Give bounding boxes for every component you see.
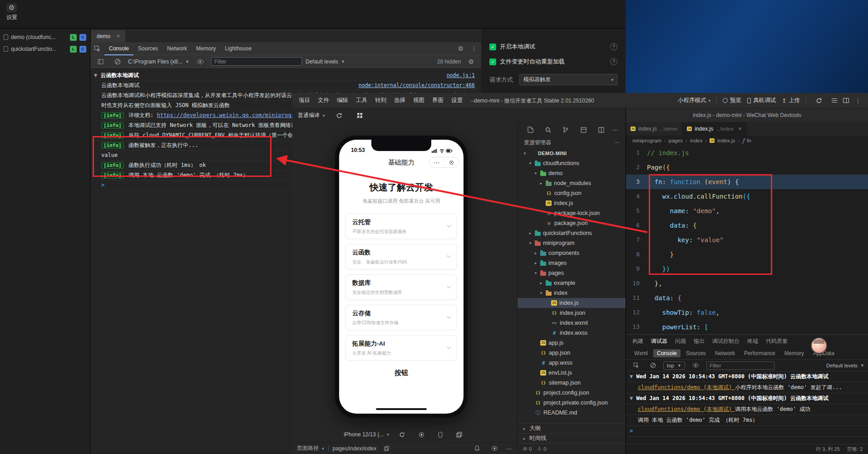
menu-item[interactable]: 文件	[318, 97, 329, 104]
console-filter-input[interactable]	[211, 57, 302, 66]
panel-tab[interactable]: 输出	[694, 337, 705, 345]
breadcrumb-item[interactable]: fn	[747, 138, 751, 143]
capability-card[interactable]: 云存储 自带CDN加速文件存储	[345, 305, 457, 330]
tree-item[interactable]: index.json	[518, 308, 626, 318]
copy-icon[interactable]	[380, 446, 393, 451]
tree-item[interactable]: index.js	[518, 298, 626, 308]
capsule-button[interactable]: ⋯	[429, 157, 459, 168]
devtools-tab[interactable]: Sources	[133, 42, 163, 55]
code-editor[interactable]: 1// index.js2Page({3 fn: function (event…	[626, 146, 868, 334]
bell-icon[interactable]	[471, 445, 483, 451]
tree-item[interactable]: app.wxss	[518, 358, 626, 368]
request-mode-select[interactable]: 模拟器触发 ▾	[519, 74, 617, 85]
rotate-icon[interactable]	[395, 432, 409, 438]
checkbox-checked-icon[interactable]: ✓	[489, 59, 496, 65]
capability-card[interactable]: 云函数 安全、免鉴权运行业务代码	[345, 244, 457, 269]
clear-console-icon[interactable]	[111, 59, 124, 65]
line-number[interactable]: 7	[626, 233, 647, 247]
tree-item[interactable]: project.config.json	[518, 388, 626, 398]
mode-dropdown[interactable]: 小程序模式 ▾	[678, 97, 710, 104]
menu-item[interactable]: 项目	[299, 97, 310, 104]
warning-count[interactable]: ⚠ 0	[537, 446, 546, 452]
tree-item[interactable]: ▾ pages	[518, 268, 626, 278]
record-icon[interactable]	[415, 432, 428, 438]
tree-item[interactable]: envList.js	[518, 368, 626, 378]
tree-item[interactable]: project.private.config.json	[518, 398, 626, 408]
help-icon[interactable]: ?	[610, 43, 617, 50]
menu-item[interactable]: 视图	[413, 97, 424, 104]
devtools-tab[interactable]: Lighthouse	[220, 42, 256, 55]
compile-mode-dropdown[interactable]: 普通编译 ▾	[298, 112, 325, 119]
panel-tab[interactable]: 构建	[632, 337, 643, 345]
tab-demo[interactable]: demo ×	[91, 30, 125, 42]
menu-item[interactable]: 工具	[356, 97, 367, 104]
more-icon[interactable]: ⋯	[614, 139, 619, 146]
menu-item[interactable]: 选择	[394, 97, 405, 104]
menu-icon[interactable]	[832, 98, 837, 103]
line-number[interactable]: 13	[626, 320, 647, 334]
debugger-tab[interactable]: Performance	[740, 349, 779, 357]
new-file-icon[interactable]	[524, 127, 537, 133]
explorer-section[interactable]: ▸ 大纲	[518, 423, 626, 433]
line-number[interactable]: 4	[626, 189, 647, 204]
sidebar-item-demo[interactable]: demo (cloudfunc... L C	[0, 31, 90, 43]
tree-item[interactable]: index.wxss	[518, 328, 626, 338]
breadcrumb-item[interactable]: index	[690, 138, 703, 143]
checkbox-checked-icon[interactable]: ✓	[489, 44, 496, 50]
execution-context-dropdown[interactable]: C:\Program Files (x8... ▼	[128, 59, 189, 65]
tree-item[interactable]: ▸ example	[518, 278, 626, 288]
panel-tab[interactable]: 调试器	[651, 337, 667, 345]
explorer-section[interactable]: ▸ 时间线	[518, 433, 626, 443]
close-icon[interactable]: ×	[117, 33, 120, 39]
menu-item[interactable]: 界面	[432, 97, 444, 104]
settings-button[interactable]: ⚙ 设置	[6, 3, 17, 21]
tree-item[interactable]: ▸ images	[518, 258, 626, 268]
tree-item[interactable]: sitemap.json	[518, 378, 626, 388]
tree-item[interactable]: app.js	[518, 338, 626, 348]
breadcrumb-item[interactable]: miniprogram	[632, 138, 661, 143]
tree-item[interactable]: ▸ quickstartFunctions	[518, 228, 626, 238]
menu-item[interactable]: 转到	[375, 97, 386, 104]
recompile-icon[interactable]	[332, 112, 346, 119]
capability-card[interactable]: 拓展能力-AI 云开发 AI 拓展能力	[345, 335, 457, 361]
exit-icon[interactable]	[444, 161, 459, 165]
help-icon[interactable]: ?	[610, 58, 617, 65]
toggle-local-debug[interactable]: ✓ 开启本地调试 ?	[489, 42, 617, 51]
page-path-dropdown[interactable]: 页面路径 ▾	[297, 444, 324, 452]
line-number[interactable]: 9	[626, 262, 647, 276]
panel-tab[interactable]: 代码质量	[766, 337, 788, 345]
tree-item[interactable]: index.wxml	[518, 318, 626, 328]
source-link[interactable]: node:internal/console/constructor:466	[359, 81, 477, 90]
panel-tab[interactable]: 终端	[747, 337, 758, 345]
console-link[interactable]: cloudfunctions/demo (本地调试)	[638, 406, 735, 412]
screenshot-icon[interactable]	[453, 432, 466, 438]
tree-item[interactable]: ▾ miniprogram	[518, 238, 626, 248]
demo-button[interactable]: 按钮	[339, 369, 464, 377]
sync-icon[interactable]	[812, 98, 826, 104]
line-number[interactable]: 8	[626, 247, 647, 262]
debugger-tab[interactable]: Wxml	[631, 349, 651, 357]
more-icon[interactable]: ⋯	[429, 159, 444, 166]
devtools-tab[interactable]: Console	[104, 42, 133, 55]
line-number[interactable]: 1	[626, 146, 647, 160]
error-count[interactable]: ⊘ 0	[523, 446, 532, 452]
log-levels-dropdown[interactable]: Default levels ▼	[306, 59, 345, 65]
tree-item[interactable]: index.js	[518, 198, 626, 208]
menu-item[interactable]: 编辑	[337, 97, 348, 104]
console-link[interactable]: cloudfunctions/demo (本地调试)	[638, 384, 735, 391]
more-icon[interactable]: ⋮	[467, 45, 481, 52]
tree-item[interactable]: ▾ demo	[518, 168, 626, 178]
console-sidebar-icon[interactable]	[94, 59, 107, 64]
clear-console-icon[interactable]	[646, 362, 660, 368]
tree-item[interactable]: package-lock.json	[518, 208, 626, 218]
preview-button[interactable]: 预览	[723, 97, 741, 104]
remote-debug-button[interactable]: 真机调试	[747, 97, 776, 104]
capability-card[interactable]: 数据库 安全稳定的文档型数据库	[345, 274, 457, 300]
tree-item[interactable]: ▾ cloudfunctions	[518, 158, 626, 168]
devtools-tab[interactable]: Network	[163, 42, 192, 55]
devtools-tab[interactable]: Memory	[192, 42, 220, 55]
layout-icon[interactable]	[843, 98, 849, 103]
inspect-icon[interactable]	[630, 362, 643, 368]
tree-item[interactable]: ▾ DEMO-MINI	[518, 148, 626, 158]
settings-icon[interactable]: ⚙	[454, 45, 467, 52]
